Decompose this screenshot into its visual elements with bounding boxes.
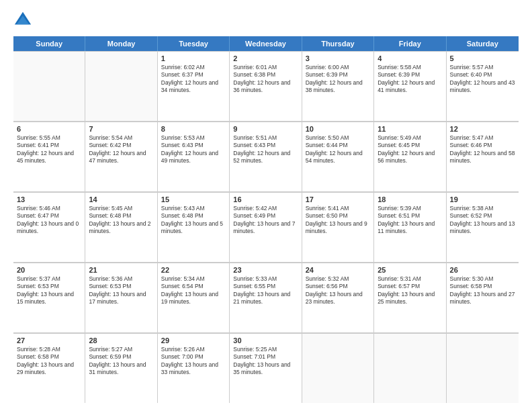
day-number: 17	[306, 195, 370, 203]
day-19: 19Sunrise: 5:38 AM Sunset: 6:52 PM Dayli…	[447, 192, 519, 262]
day-5: 5Sunrise: 5:57 AM Sunset: 6:40 PM Daylig…	[447, 51, 519, 121]
day-number: 8	[161, 125, 226, 133]
logo	[13, 11, 35, 30]
day-28: 28Sunrise: 5:27 AM Sunset: 6:59 PM Dayli…	[85, 333, 157, 403]
day-info: Sunrise: 5:37 AM Sunset: 6:53 PM Dayligh…	[17, 275, 81, 306]
day-number: 7	[89, 125, 153, 133]
day-11: 11Sunrise: 5:49 AM Sunset: 6:45 PM Dayli…	[374, 122, 446, 191]
day-number: 23	[233, 266, 298, 274]
day-10: 10Sunrise: 5:50 AM Sunset: 6:44 PM Dayli…	[302, 122, 374, 191]
header-thursday: Thursday	[302, 36, 374, 51]
day-info: Sunrise: 5:28 AM Sunset: 6:58 PM Dayligh…	[17, 346, 81, 377]
day-info: Sunrise: 5:38 AM Sunset: 6:52 PM Dayligh…	[450, 205, 515, 236]
day-info: Sunrise: 5:47 AM Sunset: 6:46 PM Dayligh…	[450, 134, 515, 165]
day-info: Sunrise: 5:45 AM Sunset: 6:48 PM Dayligh…	[89, 205, 153, 236]
day-info: Sunrise: 5:27 AM Sunset: 6:59 PM Dayligh…	[89, 346, 153, 377]
header-sunday: Sunday	[13, 36, 85, 51]
day-number: 25	[378, 266, 442, 274]
day-number: 21	[89, 266, 153, 274]
day-info: Sunrise: 5:30 AM Sunset: 6:58 PM Dayligh…	[450, 275, 515, 306]
day-info: Sunrise: 5:54 AM Sunset: 6:42 PM Dayligh…	[89, 134, 153, 165]
day-number: 13	[17, 195, 81, 203]
day-info: Sunrise: 5:50 AM Sunset: 6:44 PM Dayligh…	[306, 134, 370, 165]
day-number: 9	[233, 125, 298, 133]
day-info: Sunrise: 5:41 AM Sunset: 6:50 PM Dayligh…	[306, 205, 370, 236]
day-29: 29Sunrise: 5:26 AM Sunset: 7:00 PM Dayli…	[158, 333, 230, 403]
day-number: 20	[17, 266, 81, 274]
day-13: 13Sunrise: 5:46 AM Sunset: 6:47 PM Dayli…	[13, 192, 85, 262]
day-info: Sunrise: 6:02 AM Sunset: 6:37 PM Dayligh…	[161, 64, 226, 95]
empty-cell	[374, 333, 446, 403]
header-friday: Friday	[374, 36, 446, 51]
day-info: Sunrise: 5:34 AM Sunset: 6:54 PM Dayligh…	[161, 275, 226, 306]
day-info: Sunrise: 5:25 AM Sunset: 7:01 PM Dayligh…	[233, 346, 298, 377]
day-16: 16Sunrise: 5:42 AM Sunset: 6:49 PM Dayli…	[230, 192, 302, 262]
day-15: 15Sunrise: 5:43 AM Sunset: 6:48 PM Dayli…	[158, 192, 230, 262]
header-monday: Monday	[85, 36, 157, 51]
day-info: Sunrise: 6:00 AM Sunset: 6:39 PM Dayligh…	[306, 64, 370, 95]
empty-cell	[302, 333, 374, 403]
day-number: 12	[450, 125, 515, 133]
day-7: 7Sunrise: 5:54 AM Sunset: 6:42 PM Daylig…	[85, 122, 157, 191]
header-saturday: Saturday	[447, 36, 519, 51]
header-wednesday: Wednesday	[230, 36, 302, 51]
day-23: 23Sunrise: 5:33 AM Sunset: 6:55 PM Dayli…	[230, 263, 302, 332]
day-25: 25Sunrise: 5:31 AM Sunset: 6:57 PM Dayli…	[374, 263, 446, 332]
logo-icon	[13, 11, 32, 30]
day-info: Sunrise: 6:01 AM Sunset: 6:38 PM Dayligh…	[233, 64, 298, 95]
day-number: 2	[233, 54, 298, 62]
day-info: Sunrise: 5:58 AM Sunset: 6:39 PM Dayligh…	[378, 64, 442, 95]
calendar: SundayMondayTuesdayWednesdayThursdayFrid…	[13, 36, 519, 403]
day-info: Sunrise: 5:32 AM Sunset: 6:56 PM Dayligh…	[306, 275, 370, 306]
calendar-body: 1Sunrise: 6:02 AM Sunset: 6:37 PM Daylig…	[13, 51, 519, 403]
day-number: 22	[161, 266, 226, 274]
day-number: 14	[89, 195, 153, 203]
day-number: 27	[17, 336, 81, 345]
day-14: 14Sunrise: 5:45 AM Sunset: 6:48 PM Dayli…	[85, 192, 157, 262]
day-info: Sunrise: 5:53 AM Sunset: 6:43 PM Dayligh…	[161, 134, 226, 165]
day-info: Sunrise: 5:43 AM Sunset: 6:48 PM Dayligh…	[161, 205, 226, 236]
day-number: 4	[378, 54, 442, 62]
day-12: 12Sunrise: 5:47 AM Sunset: 6:46 PM Dayli…	[447, 122, 519, 191]
day-number: 6	[17, 125, 81, 133]
day-number: 26	[450, 266, 515, 274]
header	[13, 11, 519, 30]
day-22: 22Sunrise: 5:34 AM Sunset: 6:54 PM Dayli…	[158, 263, 230, 332]
page: SundayMondayTuesdayWednesdayThursdayFrid…	[0, 0, 532, 411]
day-27: 27Sunrise: 5:28 AM Sunset: 6:58 PM Dayli…	[13, 333, 85, 403]
day-1: 1Sunrise: 6:02 AM Sunset: 6:37 PM Daylig…	[158, 51, 230, 121]
day-number: 19	[450, 195, 515, 203]
day-17: 17Sunrise: 5:41 AM Sunset: 6:50 PM Dayli…	[302, 192, 374, 262]
day-6: 6Sunrise: 5:55 AM Sunset: 6:41 PM Daylig…	[13, 122, 85, 191]
calendar-header: SundayMondayTuesdayWednesdayThursdayFrid…	[13, 36, 519, 51]
week-2: 6Sunrise: 5:55 AM Sunset: 6:41 PM Daylig…	[13, 122, 519, 192]
day-number: 3	[306, 54, 370, 62]
day-24: 24Sunrise: 5:32 AM Sunset: 6:56 PM Dayli…	[302, 263, 374, 332]
day-number: 28	[89, 336, 153, 345]
day-info: Sunrise: 5:39 AM Sunset: 6:51 PM Dayligh…	[378, 205, 442, 236]
day-info: Sunrise: 5:57 AM Sunset: 6:40 PM Dayligh…	[450, 64, 515, 95]
day-20: 20Sunrise: 5:37 AM Sunset: 6:53 PM Dayli…	[13, 263, 85, 332]
day-21: 21Sunrise: 5:36 AM Sunset: 6:53 PM Dayli…	[85, 263, 157, 332]
day-info: Sunrise: 5:26 AM Sunset: 7:00 PM Dayligh…	[161, 346, 226, 377]
day-number: 10	[306, 125, 370, 133]
week-3: 13Sunrise: 5:46 AM Sunset: 6:47 PM Dayli…	[13, 192, 519, 263]
day-8: 8Sunrise: 5:53 AM Sunset: 6:43 PM Daylig…	[158, 122, 230, 191]
day-info: Sunrise: 5:31 AM Sunset: 6:57 PM Dayligh…	[378, 275, 442, 306]
day-info: Sunrise: 5:42 AM Sunset: 6:49 PM Dayligh…	[233, 205, 298, 236]
day-info: Sunrise: 5:46 AM Sunset: 6:47 PM Dayligh…	[17, 205, 81, 236]
day-info: Sunrise: 5:49 AM Sunset: 6:45 PM Dayligh…	[378, 134, 442, 165]
day-info: Sunrise: 5:33 AM Sunset: 6:55 PM Dayligh…	[233, 275, 298, 306]
empty-cell	[447, 333, 519, 403]
empty-cell	[85, 51, 157, 121]
day-18: 18Sunrise: 5:39 AM Sunset: 6:51 PM Dayli…	[374, 192, 446, 262]
day-number: 24	[306, 266, 370, 274]
day-9: 9Sunrise: 5:51 AM Sunset: 6:43 PM Daylig…	[230, 122, 302, 191]
day-26: 26Sunrise: 5:30 AM Sunset: 6:58 PM Dayli…	[447, 263, 519, 332]
day-number: 29	[161, 336, 226, 345]
header-tuesday: Tuesday	[158, 36, 230, 51]
day-number: 30	[233, 336, 298, 345]
week-1: 1Sunrise: 6:02 AM Sunset: 6:37 PM Daylig…	[13, 51, 519, 122]
day-3: 3Sunrise: 6:00 AM Sunset: 6:39 PM Daylig…	[302, 51, 374, 121]
day-info: Sunrise: 5:55 AM Sunset: 6:41 PM Dayligh…	[17, 134, 81, 165]
